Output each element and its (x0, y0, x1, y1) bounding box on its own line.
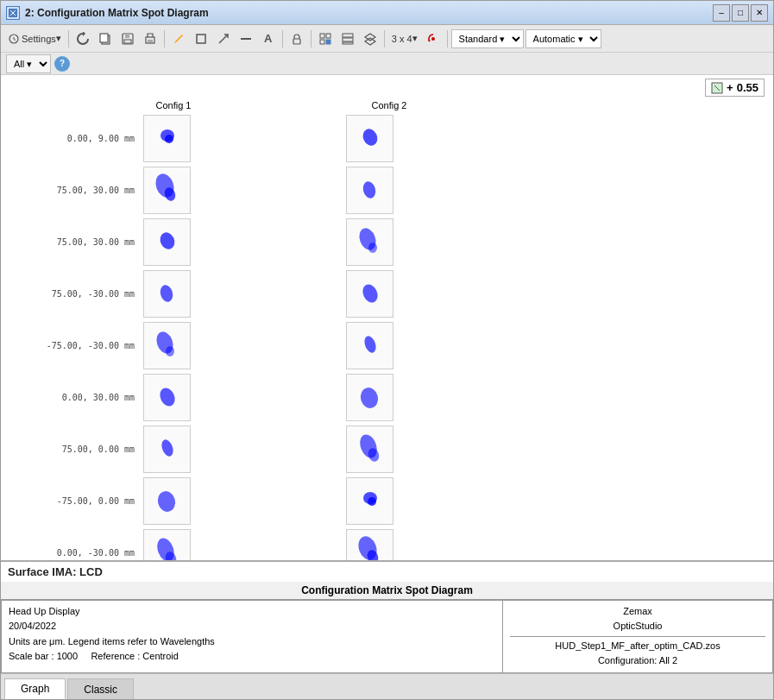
bottom-section: Surface IMA: LCD Configuration Matrix Sp… (1, 560, 773, 673)
standard-dropdown[interactable]: Standard ▾ (451, 29, 524, 48)
spot-cell-config1 (143, 426, 191, 473)
copy-button[interactable] (95, 28, 116, 49)
tabs-bar: Graph Classic (1, 673, 773, 699)
toolbar-sep-1 (68, 30, 69, 47)
grid-button[interactable] (315, 28, 336, 49)
tab-classic[interactable]: Classic (67, 678, 134, 699)
close-button[interactable]: ✕ (751, 4, 768, 22)
svg-point-43 (159, 438, 174, 458)
spot-row: 75.00, 30.00 mm (9, 164, 765, 216)
svg-point-48 (368, 497, 376, 506)
spot-row: 0.00, 30.00 mm (9, 371, 765, 423)
print-button[interactable] (140, 28, 160, 49)
spot-row: 75.00, 30.00 mm (9, 216, 765, 268)
row-label: 0.00, 30.00 mm (9, 393, 143, 402)
svg-rect-19 (343, 34, 353, 37)
spot-row: -75.00, -30.00 mm (9, 319, 765, 371)
layers-button[interactable] (337, 28, 358, 49)
spot-cells (143, 270, 393, 318)
config1-header: Config 1 (148, 100, 199, 110)
toolbar-sep-2 (164, 30, 165, 47)
spot-cell-config1 (143, 477, 191, 525)
svg-rect-8 (124, 40, 131, 43)
spot-cells (143, 115, 393, 162)
svg-rect-18 (326, 40, 330, 44)
info-line2: 20/04/2022 (9, 619, 495, 634)
info-title: Configuration Matrix Spot Diagram (1, 582, 773, 600)
svg-rect-20 (343, 38, 353, 41)
svg-point-37 (360, 282, 381, 306)
main-toolbar: Settings ▾ A (1, 25, 773, 53)
tab-graph[interactable]: Graph (4, 678, 66, 699)
line-button[interactable] (236, 28, 256, 49)
svg-point-35 (368, 243, 377, 253)
spot-row: 0.00, -30.00 mm (9, 527, 765, 560)
spot-cell-config2 (346, 426, 393, 473)
info-line4: Scale bar : 1000 Reference : Centroid (9, 649, 495, 665)
spot-cell-config2 (346, 167, 393, 214)
spot-row: 75.00, 0.00 mm (9, 423, 765, 475)
spot-cells (143, 167, 393, 214)
rect-button[interactable] (191, 28, 211, 49)
text-button[interactable]: A (258, 28, 279, 49)
spot-cell-config2 (346, 529, 393, 560)
svg-rect-10 (148, 40, 153, 42)
refresh-button[interactable] (72, 28, 93, 49)
svg-point-42 (358, 386, 381, 410)
info-left: Head Up Display 20/04/2022 Units are μm.… (2, 600, 503, 672)
lock-button[interactable] (286, 28, 307, 49)
scale-display: + 0.55 (705, 79, 765, 97)
svg-point-46 (155, 489, 178, 514)
settings-dropdown[interactable]: Settings ▾ (4, 28, 65, 49)
toolbar-sep-5 (384, 30, 385, 47)
grid-size-dropdown[interactable]: 3 x 4 ▾ (388, 28, 421, 49)
main-content: + 0.55 Config 1 Config 2 0.00, 9.00 mm 7… (1, 75, 773, 673)
spot-cell-config1 (143, 167, 191, 214)
svg-marker-22 (365, 34, 375, 41)
restore-button[interactable]: □ (732, 4, 749, 22)
scale-icon (711, 82, 723, 94)
info-right-top: Zemax OpticStudio (510, 604, 765, 634)
svg-rect-21 (343, 42, 353, 44)
spot-cell-config2 (346, 477, 393, 525)
spot-cells (143, 529, 393, 560)
automatic-dropdown[interactable]: Automatic ▾ (525, 29, 601, 48)
info-right-bottom: HUD_Step1_MF_after_optim_CAD.zos Configu… (510, 636, 765, 669)
svg-point-32 (361, 180, 377, 200)
spot-row: 0.00, 9.00 mm (9, 112, 765, 164)
stack-button[interactable] (360, 28, 381, 49)
minimize-button[interactable]: – (713, 4, 730, 22)
main-window: 2: Configuration Matrix Spot Diagram – □… (0, 0, 774, 700)
surface-label: Surface IMA: LCD (1, 562, 773, 582)
spot-cell-config2 (346, 270, 393, 318)
spot-cell-config2 (346, 374, 393, 421)
info-right: Zemax OpticStudio HUD_Step1_MF_after_opt… (503, 600, 773, 672)
spot-cells (143, 426, 393, 473)
arrow-button[interactable] (213, 28, 234, 49)
svg-point-40 (362, 335, 377, 355)
spot-cell-config1 (143, 115, 191, 162)
svg-point-28 (165, 135, 173, 143)
toolbar-sep-6 (447, 30, 448, 47)
save-button[interactable] (117, 28, 138, 49)
all-dropdown[interactable]: All ▾ (6, 54, 51, 73)
row-label: -75.00, -30.00 mm (9, 341, 143, 350)
title-bar: 2: Configuration Matrix Spot Diagram – □… (1, 1, 773, 25)
help-button[interactable]: ? (54, 56, 70, 72)
config2-header: Config 2 (363, 100, 415, 110)
spot-cell-config2 (346, 115, 393, 162)
svg-point-36 (158, 284, 174, 304)
rotate-button[interactable] (423, 28, 444, 49)
row-label: 0.00, -30.00 mm (9, 548, 143, 558)
toolbar-sep-3 (282, 30, 283, 47)
spot-cell-config1 (143, 218, 191, 266)
spot-cells (143, 374, 393, 421)
spot-cell-config1 (143, 270, 191, 318)
svg-rect-17 (320, 40, 324, 44)
row-label: 0.00, 9.00 mm (9, 134, 143, 143)
pencil-button[interactable] (168, 28, 189, 49)
scale-area: + 0.55 (1, 75, 773, 97)
row-label: 75.00, 30.00 mm (9, 186, 143, 195)
svg-marker-23 (365, 38, 375, 45)
toolbar-sep-4 (311, 30, 311, 47)
